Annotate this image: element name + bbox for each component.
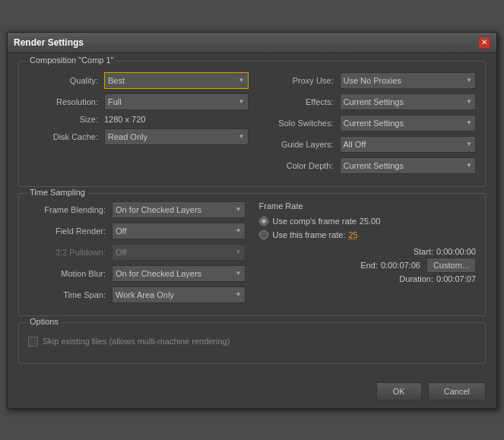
guide-layers-select[interactable]: All Off ▼	[340, 136, 477, 153]
time-values-block: Start: 0:00:00:00 End: 0:00:07:06 Custom…	[259, 247, 477, 283]
motion-blur-row: Motion Blur: On for Checked Layers ▼	[28, 265, 246, 282]
disk-cache-label: Disk Cache:	[28, 132, 104, 141]
frame-rate-title: Frame Rate	[259, 201, 477, 211]
field-render-arrow-icon: ▼	[236, 227, 242, 234]
time-sampling-section: Time Sampling Frame Blending: On for Che…	[18, 193, 486, 316]
proxy-use-row: Proxy Use: Use No Proxies ▼	[256, 72, 477, 89]
disk-cache-row: Disk Cache: Read Only ▼	[28, 128, 249, 145]
radio2-value: 25	[348, 230, 357, 239]
radio2-row: Use this frame rate: 25	[259, 230, 477, 239]
disk-cache-arrow-icon: ▼	[239, 133, 245, 140]
skip-files-label: Skip existing files (allows multi-machin…	[43, 337, 230, 346]
disk-cache-select[interactable]: Read Only ▼	[104, 128, 249, 145]
title-bar: Render Settings ✕	[8, 33, 496, 53]
motion-blur-label: Motion Blur:	[28, 269, 112, 278]
radio1-row: Use comp's frame rate 25.00	[259, 217, 477, 226]
footer: OK Cancel	[8, 378, 496, 408]
use-comp-framerate-radio[interactable]	[259, 217, 268, 226]
pulldown-select[interactable]: Off ▼	[112, 244, 246, 261]
skip-files-checkbox[interactable]	[28, 337, 38, 347]
pulldown-label: 3:2 Pulldown:	[28, 248, 112, 257]
proxy-use-select[interactable]: Use No Proxies ▼	[340, 72, 477, 89]
duration-value: 0:00:07:07	[436, 274, 476, 283]
guide-layers-label: Guide Layers:	[256, 140, 340, 149]
solo-switches-row: Solo Switches: Current Settings ▼	[256, 115, 477, 131]
composition-content: Quality: Best ▼ Resolution: Full ▼	[28, 72, 476, 179]
time-sampling-content: Frame Blending: On for Checked Layers ▼ …	[28, 201, 476, 308]
field-render-row: Field Render: Off ▼	[28, 223, 246, 239]
effects-row: Effects: Current Settings ▼	[256, 93, 477, 110]
frame-blending-arrow-icon: ▼	[236, 206, 242, 213]
left-column: Quality: Best ▼ Resolution: Full ▼	[28, 72, 249, 179]
pulldown-row: 3:2 Pulldown: Off ▼	[28, 244, 246, 261]
effects-select[interactable]: Current Settings ▼	[340, 93, 477, 110]
radio2-label: Use this frame rate:	[273, 230, 346, 239]
proxy-use-label: Proxy Use:	[256, 76, 340, 85]
start-value: 0:00:00:00	[436, 247, 476, 256]
size-value: 1280 x 720	[104, 115, 145, 124]
resolution-select[interactable]: Full ▼	[104, 93, 249, 110]
solo-switches-select[interactable]: Current Settings ▼	[340, 115, 477, 131]
custom-button[interactable]: Custom...	[426, 258, 476, 273]
options-title: Options	[27, 317, 62, 326]
composition-label: Composition "Comp 1"	[27, 55, 117, 65]
resolution-arrow-icon: ▼	[239, 98, 245, 105]
field-render-label: Field Render:	[28, 226, 112, 236]
time-span-select[interactable]: Work Area Only ▼	[112, 286, 246, 303]
skip-files-row: Skip existing files (allows multi-machin…	[28, 337, 476, 347]
time-span-row: Time Span: Work Area Only ▼	[28, 286, 246, 303]
frame-blending-row: Frame Blending: On for Checked Layers ▼	[28, 201, 246, 218]
color-depth-row: Color Depth: Current Settings ▼	[256, 157, 477, 174]
start-label: Start:	[414, 247, 433, 256]
radio1-label: Use comp's frame rate	[273, 217, 357, 226]
quality-label: Quality:	[28, 76, 104, 85]
pulldown-arrow-icon: ▼	[236, 248, 242, 255]
color-depth-label: Color Depth:	[256, 161, 340, 170]
dialog-title: Render Settings	[14, 37, 84, 48]
color-depth-arrow-icon: ▼	[466, 162, 472, 169]
effects-label: Effects:	[256, 97, 340, 106]
quality-arrow-icon: ▼	[239, 77, 245, 84]
motion-blur-arrow-icon: ▼	[236, 270, 242, 277]
render-settings-dialog: Render Settings ✕ Composition "Comp 1" Q…	[7, 32, 497, 409]
motion-blur-select[interactable]: On for Checked Layers ▼	[112, 265, 246, 282]
size-label: Size:	[28, 115, 104, 124]
frame-blending-select[interactable]: On for Checked Layers ▼	[112, 201, 246, 218]
end-row: End: 0:00:07:06 Custom...	[259, 258, 477, 273]
options-content: Skip existing files (allows multi-machin…	[28, 337, 476, 347]
effects-arrow-icon: ▼	[466, 98, 472, 105]
use-this-framerate-radio[interactable]	[259, 230, 268, 239]
color-depth-select[interactable]: Current Settings ▼	[340, 157, 477, 174]
time-span-label: Time Span:	[28, 290, 112, 299]
quality-row: Quality: Best ▼	[28, 72, 249, 89]
size-row: Size: 1280 x 720	[28, 115, 249, 124]
field-render-select[interactable]: Off ▼	[112, 223, 246, 239]
resolution-label: Resolution:	[28, 97, 104, 106]
proxy-use-arrow-icon: ▼	[466, 77, 472, 84]
end-label: End:	[360, 261, 378, 270]
cancel-button[interactable]: Cancel	[428, 382, 486, 400]
resolution-row: Resolution: Full ▼	[28, 93, 249, 110]
close-button[interactable]: ✕	[478, 36, 490, 49]
quality-select[interactable]: Best ▼	[104, 72, 249, 89]
options-section: Options Skip existing files (allows mult…	[18, 322, 486, 364]
solo-switches-arrow-icon: ▼	[466, 119, 472, 126]
composition-section: Composition "Comp 1" Quality: Best ▼ Res…	[18, 61, 486, 187]
frame-blending-label: Frame Blending:	[28, 205, 112, 214]
right-column: Proxy Use: Use No Proxies ▼ Effects: Cur…	[256, 72, 477, 179]
duration-row: Duration: 0:00:07:07	[259, 274, 477, 283]
solo-switches-label: Solo Switches:	[256, 119, 340, 128]
time-span-arrow-icon: ▼	[236, 291, 242, 298]
guide-layers-arrow-icon: ▼	[466, 141, 472, 147]
time-sampling-title: Time Sampling	[27, 188, 88, 197]
ok-button[interactable]: OK	[376, 382, 422, 400]
time-left-column: Frame Blending: On for Checked Layers ▼ …	[28, 201, 246, 308]
dialog-body: Composition "Comp 1" Quality: Best ▼ Res…	[8, 53, 496, 378]
duration-label: Duration:	[399, 274, 433, 283]
time-right-column: Frame Rate Use comp's frame rate 25.00 U…	[252, 201, 477, 308]
start-row: Start: 0:00:00:00	[259, 247, 477, 256]
guide-layers-row: Guide Layers: All Off ▼	[256, 136, 477, 153]
end-value: 0:00:07:06	[381, 261, 420, 270]
radio1-value: 25.00	[360, 217, 381, 226]
